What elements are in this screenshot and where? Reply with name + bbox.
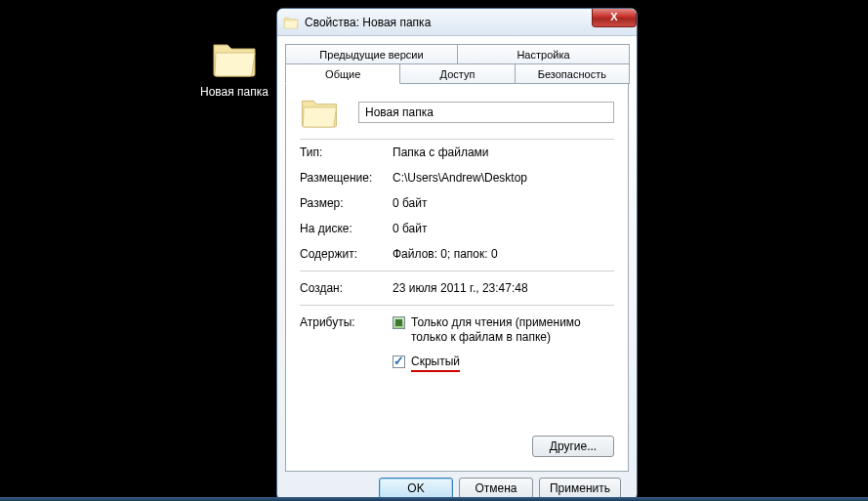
folder-icon	[211, 39, 258, 78]
other-button[interactable]: Другие...	[532, 436, 614, 457]
tab-panel-general: Тип: Папка с файлами Размещение: C:\User…	[285, 83, 629, 472]
label-location: Размещение:	[300, 171, 393, 185]
checkbox-readonly-label: Только для чтения (применимо только к фа…	[411, 315, 614, 345]
ok-button[interactable]: OK	[379, 478, 453, 499]
value-contains: Файлов: 0; папок: 0	[393, 247, 614, 261]
value-size: 0 байт	[393, 196, 614, 210]
panel-folder-icon	[300, 96, 339, 129]
divider	[300, 305, 614, 306]
folder-name-input[interactable]	[358, 102, 614, 123]
label-created: Создан:	[300, 281, 393, 295]
desktop-folder-label: Новая папка	[195, 85, 273, 99]
titlebar[interactable]: Свойства: Новая папка X	[277, 9, 637, 36]
tab-access[interactable]: Доступ	[399, 63, 515, 84]
checkbox-hidden-label: Скрытый	[411, 355, 458, 372]
properties-window: Свойства: Новая папка X Предыдущие верси…	[276, 8, 638, 501]
label-type: Тип:	[300, 146, 393, 159]
window-title: Свойства: Новая папка	[305, 16, 431, 29]
value-ondisk: 0 байт	[393, 222, 614, 235]
tab-security[interactable]: Безопасность	[515, 63, 630, 84]
apply-button[interactable]: Применить	[539, 478, 621, 499]
close-button[interactable]: X	[592, 9, 637, 27]
cancel-button[interactable]: Отмена	[459, 478, 533, 499]
value-type: Папка с файлами	[393, 146, 614, 159]
checkbox-readonly[interactable]	[393, 316, 405, 329]
label-size: Размер:	[300, 196, 393, 210]
label-ondisk: На диске:	[300, 222, 393, 235]
tab-prev-versions[interactable]: Предыдущие версии	[285, 44, 458, 64]
value-created: 23 июля 2011 г., 23:47:48	[393, 281, 614, 295]
divider	[300, 271, 614, 271]
titlebar-folder-icon	[283, 16, 299, 29]
taskbar	[0, 497, 868, 501]
desktop-folder[interactable]: Новая папка	[195, 39, 273, 99]
tab-general[interactable]: Общие	[285, 63, 400, 84]
value-location: C:\Users\Andrew\Desktop	[393, 171, 614, 185]
checkbox-hidden[interactable]	[393, 355, 405, 368]
label-attributes: Атрибуты:	[300, 315, 393, 382]
tab-settings[interactable]: Настройка	[457, 44, 630, 64]
label-contains: Содержит:	[300, 247, 393, 261]
